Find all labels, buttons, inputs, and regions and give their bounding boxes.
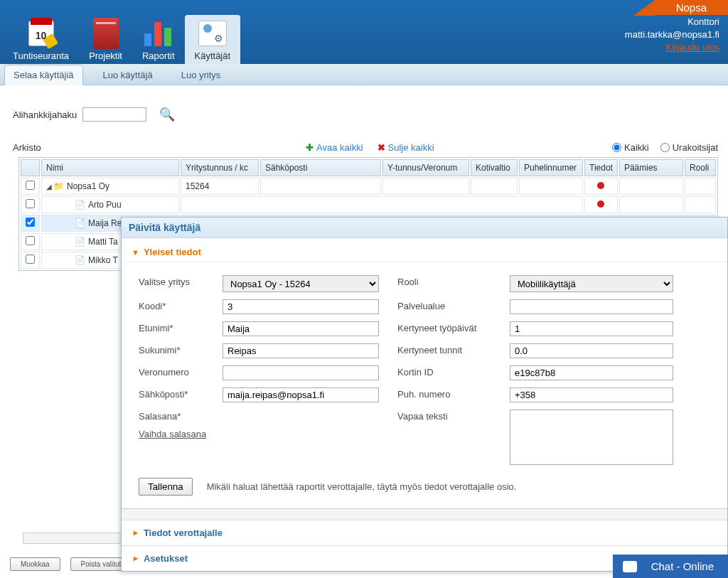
kertyneet-paivat-input[interactable] xyxy=(510,321,673,336)
etunimi-input[interactable] xyxy=(223,321,379,336)
section-general[interactable]: ▼Yleiset tiedot xyxy=(122,238,727,262)
palvelualue-input[interactable] xyxy=(510,299,673,314)
kortin-id-input[interactable] xyxy=(510,365,673,380)
radio-all-input[interactable] xyxy=(612,143,621,152)
chevron-down-icon: ▼ xyxy=(132,248,139,257)
nav-raportit[interactable]: Raportit xyxy=(132,15,185,64)
rooli-select[interactable]: Mobiilikäyttäjä xyxy=(510,275,673,292)
puh-input[interactable] xyxy=(510,387,673,402)
lbl-valitse-yritys: Valitse yritys xyxy=(139,275,223,292)
radio-contractors[interactable]: Urakoitsijat xyxy=(660,142,718,153)
lbl-vapaa: Vapaa teksti xyxy=(397,410,510,465)
user-org: Konttori xyxy=(625,16,719,28)
lbl-rooli: Rooli xyxy=(397,275,510,292)
file-icon: 📄 xyxy=(75,237,85,247)
close-all-link[interactable]: ✖Sulje kaikki xyxy=(378,142,434,153)
company-code: 15264 xyxy=(181,178,259,195)
sukunimi-input[interactable] xyxy=(223,343,379,358)
logout-link[interactable]: Kirjaudu ulos xyxy=(625,41,719,54)
radio-contractors-input[interactable] xyxy=(660,143,670,152)
col-ytunnus[interactable]: Y-tunnus/Veronum xyxy=(382,159,469,176)
company-name: Nopsa1 Oy xyxy=(67,181,109,191)
chevron-right-icon: ▼ xyxy=(131,555,139,563)
row-checkbox[interactable] xyxy=(26,255,35,264)
nav-tuntiseuranta[interactable]: Tuntiseuranta xyxy=(3,15,79,64)
search-input[interactable] xyxy=(82,107,146,122)
save-button[interactable]: Tallenna xyxy=(139,478,193,496)
company-select[interactable]: Nopsa1 Oy - 15264 xyxy=(223,275,379,292)
row-checkbox[interactable] xyxy=(26,218,35,227)
status-dot-icon xyxy=(597,200,604,208)
nav-projektit[interactable]: Projektit xyxy=(79,15,132,64)
table-row-company[interactable]: ◢📁Nopsa1 Oy 15264 xyxy=(21,178,716,195)
kertyneet-tunnit-input[interactable] xyxy=(510,343,673,358)
nav-label: Raportit xyxy=(142,50,175,61)
section-tax[interactable]: ▼Tiedot verottajalle xyxy=(122,520,727,545)
section-tax-label: Tiedot verottajalle xyxy=(144,528,223,538)
tab-browse-users[interactable]: Selaa käyttäjiä xyxy=(4,65,83,85)
lbl-puh: Puh. numero xyxy=(397,387,510,402)
row-checkbox[interactable] xyxy=(26,236,35,245)
form-footer: Tallenna Mikäli haluat lähettää raportit… xyxy=(122,471,727,508)
calendar-icon xyxy=(27,19,55,48)
form-col-right: Rooli Mobiilikäyttäjä Palvelualue Kertyn… xyxy=(397,275,673,465)
lbl-kertyneet-paivat: Kertyneet työpäivät xyxy=(397,321,510,336)
nav-kayttajat[interactable]: Käyttäjät xyxy=(185,15,241,64)
lbl-sukunimi: Sukunimi* xyxy=(139,343,223,358)
tree-arrow-icon[interactable]: ◢ xyxy=(46,183,52,191)
folder-icon xyxy=(92,19,120,48)
users-icon xyxy=(198,19,227,48)
filter-radios: Kaikki Urakoitsijat xyxy=(612,142,721,153)
sahkoposti-input[interactable] xyxy=(223,387,379,402)
col-tiedot[interactable]: Tiedot xyxy=(584,159,618,176)
col-koti[interactable]: Kotivaltio xyxy=(471,159,518,176)
radio-all[interactable]: Kaikki xyxy=(612,142,649,153)
brand-tab: Nopsa xyxy=(655,0,728,15)
form-col-left: Valitse yritys Nopsa1 Oy - 15264 Koodi* … xyxy=(139,275,379,465)
chat-widget[interactable]: Chat - Online xyxy=(613,555,728,578)
main-nav: Tuntiseuranta Projektit Raportit Käyttäj… xyxy=(0,0,728,64)
file-icon: 📄 xyxy=(75,255,85,265)
chat-bubble-icon xyxy=(623,561,637,572)
veronumero-input[interactable] xyxy=(223,365,379,380)
link-actions: ✚Avaa kaikki ✖Sulje kaikki xyxy=(306,142,434,153)
col-rooli[interactable]: Rooli xyxy=(685,159,716,176)
arkisto-label: Arkisto xyxy=(7,142,306,153)
koodi-input[interactable] xyxy=(223,299,379,314)
change-password-link[interactable]: Vaihda salasana xyxy=(139,429,379,439)
row-name: Maija Re xyxy=(88,218,122,228)
vapaa-textarea[interactable] xyxy=(510,410,673,465)
col-yritystunnus[interactable]: Yritystunnus / kc xyxy=(181,159,259,176)
table-row[interactable]: 📄Arto Puu xyxy=(21,196,716,213)
edit-button[interactable]: Muokkaa xyxy=(10,557,60,571)
col-puh[interactable]: Puhelinnumer xyxy=(519,159,583,176)
chart-icon xyxy=(144,19,173,48)
open-all-link[interactable]: ✚Avaa kaikki xyxy=(306,142,363,153)
lbl-salasana: Salasana* xyxy=(139,410,223,422)
panel-title: Päivitä käyttäjä xyxy=(122,218,727,238)
row-checkbox[interactable] xyxy=(26,181,35,190)
section-general-label: Yleiset tiedot xyxy=(144,247,201,257)
col-paamies[interactable]: Päämies xyxy=(619,159,683,176)
radio-all-label: Kaikki xyxy=(624,142,649,153)
col-nimi[interactable]: Nimi xyxy=(41,159,179,176)
section-settings-label: Asetukset xyxy=(144,553,188,564)
lbl-koodi: Koodi* xyxy=(139,299,223,314)
tab-create-company[interactable]: Luo yritys xyxy=(173,65,230,85)
lbl-etunimi: Etunimi* xyxy=(139,321,223,336)
folder-mini-icon: 📁 xyxy=(53,181,64,191)
search-icon[interactable]: 🔍 xyxy=(159,107,175,122)
open-all-label: Avaa kaikki xyxy=(316,142,363,153)
tab-create-user[interactable]: Luo käyttäjä xyxy=(95,65,161,85)
panel-hscrollbar[interactable] xyxy=(122,508,727,520)
hscrollbar[interactable] xyxy=(23,532,124,544)
file-icon: 📄 xyxy=(75,200,85,210)
x-icon: ✖ xyxy=(378,142,385,153)
lbl-kortin-id: Kortin ID xyxy=(397,365,510,380)
row-checkbox[interactable] xyxy=(26,199,35,208)
file-icon: 📄 xyxy=(75,218,85,228)
chevron-right-icon: ▼ xyxy=(131,530,139,537)
bottom-buttons: Muokkaa Poista valitut xyxy=(10,557,132,571)
lbl-sahkoposti: Sähköposti* xyxy=(139,387,223,402)
col-sahkoposti[interactable]: Sähköposti xyxy=(260,159,381,176)
